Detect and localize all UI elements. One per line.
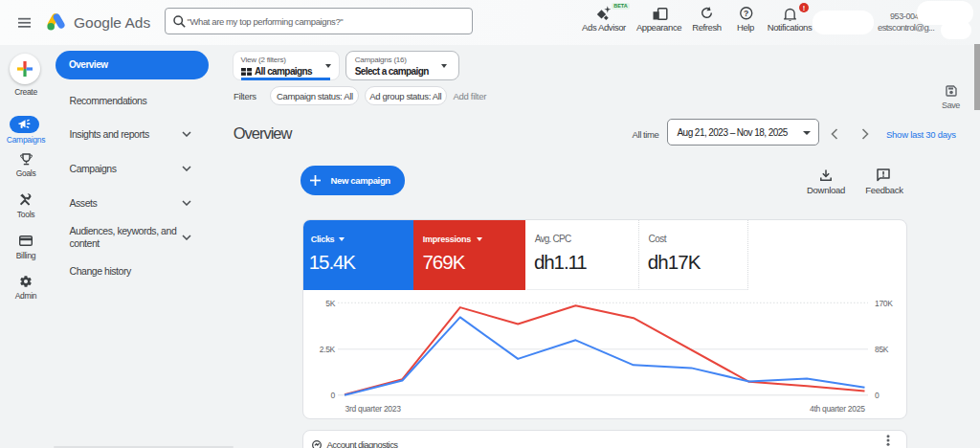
svg-text:0: 0 <box>875 391 880 400</box>
svg-text:3rd quarter 2023: 3rd quarter 2023 <box>345 403 402 413</box>
svg-text:?: ? <box>744 9 748 18</box>
svg-text:85K: 85K <box>875 345 889 354</box>
svg-text:4th quarter 2025: 4th quarter 2025 <box>810 403 865 413</box>
svg-text:5K: 5K <box>325 298 335 307</box>
svg-text:2.5K: 2.5K <box>320 345 336 354</box>
svg-text:170K: 170K <box>875 298 893 307</box>
svg-text:0: 0 <box>331 391 336 400</box>
